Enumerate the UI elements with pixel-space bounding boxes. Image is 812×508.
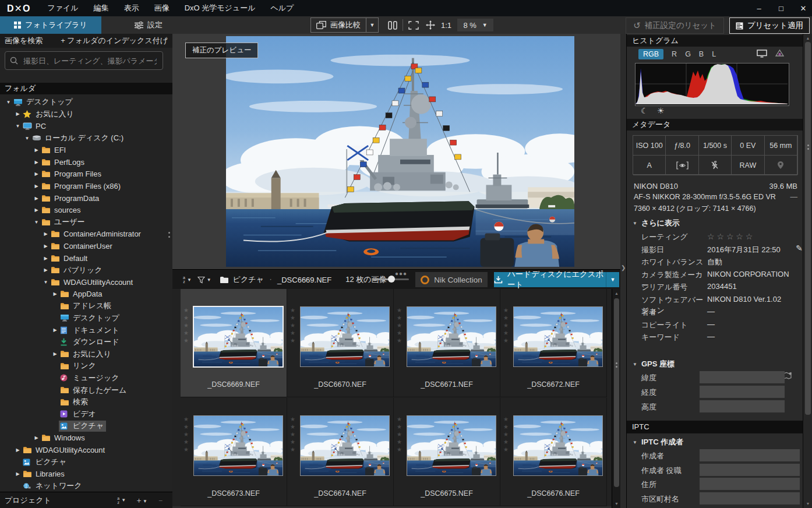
thumbnail-rating-stars[interactable]: ★★★★★ [503, 417, 509, 453]
tab-settings[interactable]: 設定 [116, 16, 181, 34]
tree-item-27[interactable]: ピクチャ [0, 420, 172, 432]
thumbnail-size-slider[interactable] [373, 278, 409, 280]
thumbnail-cell[interactable]: ★★★★★_DSC6672.NEF [500, 289, 607, 397]
thumbnail-cell[interactable]: ★★★★★_DSC6670.NEF [287, 289, 394, 397]
expand-arrow-icon[interactable]: ▼ [5, 100, 12, 105]
menu-item-4[interactable]: DxO 光学モジュール [177, 3, 263, 13]
tree-item-10[interactable]: ▼ユーザー [0, 216, 172, 228]
thumbnail-rating-stars[interactable]: ★★★★★ [397, 308, 402, 344]
thumbnail-cell[interactable]: ★★★★★_DSC6673.NEF [181, 398, 287, 506]
thumbnail-cell[interactable]: ★★★★★_DSC6674.NEF [287, 398, 394, 506]
tree-item-11[interactable]: ▶ContainerAdministrator [0, 228, 172, 241]
highlight-clipping-icon[interactable]: ☀ [657, 106, 665, 115]
thumbnail-cell[interactable]: ★★★★★_DSC6671.NEF [394, 289, 500, 397]
thumbnail-image[interactable] [300, 306, 390, 367]
thumbnail-rating-stars[interactable]: ★★★★★ [183, 417, 189, 453]
expand-arrow-icon[interactable]: ▶ [33, 160, 40, 165]
compare-button[interactable]: 画像比較 [310, 17, 366, 33]
maximize-button[interactable]: □ [777, 4, 785, 13]
breadcrumb-folder[interactable]: ピクチャ [233, 274, 264, 285]
more-metadata-section[interactable]: ▼ さらに表示 [633, 218, 680, 228]
channel-g[interactable]: G [685, 50, 691, 58]
expand-arrow-icon[interactable]: ▶ [14, 471, 22, 477]
expand-arrow-icon[interactable]: ▶ [33, 207, 40, 213]
panel-divider[interactable]: ❯ [620, 34, 626, 508]
thumbnail-image[interactable] [300, 415, 390, 476]
export-to-disk-button[interactable]: ハードディスクにエクスポート [494, 272, 606, 287]
edit-pencil-icon[interactable]: ✎ [796, 244, 803, 253]
tree-item-12[interactable]: ▶ContainerUser [0, 240, 172, 252]
menu-item-5[interactable]: ヘルプ [263, 3, 301, 13]
tree-item-6[interactable]: ▶Program Files [0, 168, 172, 181]
channel-b[interactable]: B [699, 50, 704, 58]
fit-view-icon[interactable] [408, 21, 419, 30]
expand-arrow-icon[interactable]: ▶ [51, 327, 59, 333]
shadow-clipping-icon[interactable]: ☾ [641, 106, 648, 115]
thumbnail-cell[interactable]: ★★★★★_DSC6676.NEF [500, 398, 607, 506]
expand-arrow-icon[interactable]: ▶ [51, 291, 59, 297]
tree-item-21[interactable]: ▶お気に入り [0, 348, 172, 360]
channel-r[interactable]: R [672, 50, 677, 58]
tree-item-5[interactable]: ▶PerfLogs [0, 156, 172, 168]
nik-collection-button[interactable]: Nik Collection [415, 272, 488, 287]
panel-scrollbar-thumb[interactable] [805, 42, 811, 415]
thumbnail-rating-stars[interactable]: ★★★★★ [183, 308, 189, 344]
iptc-input-1[interactable] [700, 464, 800, 476]
tree-item-31[interactable]: ▶Libraries [0, 468, 172, 480]
expand-arrow-icon[interactable]: ▶ [33, 196, 40, 201]
search-input[interactable] [22, 56, 158, 66]
move-icon[interactable] [426, 20, 435, 30]
scroll-down-icon[interactable]: ▼ [612, 502, 621, 506]
soft-proofing-icon[interactable] [775, 49, 785, 57]
expand-arrow-icon[interactable]: ▶ [51, 351, 59, 357]
index-folders-link[interactable]: + フォルダのインデックス付け [61, 36, 168, 46]
minimize-button[interactable]: – [755, 4, 763, 13]
sidebar-splitter-handle[interactable] [168, 232, 170, 238]
iptc-input-3[interactable] [700, 492, 800, 505]
menu-item-1[interactable]: 編集 [86, 3, 116, 13]
tree-item-1[interactable]: ▶お気に入り [0, 108, 172, 121]
filmstrip-scrollbar[interactable]: ▲ ▼ [612, 289, 621, 508]
tree-item-16[interactable]: ▶AppData [0, 288, 172, 301]
thumbnail-sort-button[interactable]: az▼ [183, 276, 192, 284]
expand-arrow-icon[interactable]: ▶ [14, 447, 22, 453]
tree-item-25[interactable]: 検索 [0, 396, 172, 408]
gps-input-0[interactable] [700, 371, 785, 383]
zoom-level-dropdown[interactable]: 8 % ▼ [457, 19, 493, 31]
scroll-up-icon[interactable]: ▲ [803, 36, 812, 40]
monitor-icon[interactable] [757, 50, 767, 58]
menu-item-3[interactable]: 画像 [147, 3, 177, 13]
map-icon[interactable] [783, 372, 793, 380]
thumbnail-image[interactable] [513, 415, 603, 476]
sidebar-scroll-up-icon[interactable]: ▲ [163, 36, 170, 40]
reset-corrections-button[interactable]: ↺ 補正設定のリセット [626, 17, 724, 34]
tree-item-28[interactable]: ▶Windows [0, 432, 172, 444]
tree-item-17[interactable]: アドレス帳 [0, 300, 172, 312]
metadata-row-value[interactable]: ☆ ☆ ☆ ☆ ☆ [707, 232, 753, 242]
expand-arrow-icon[interactable]: ▶ [33, 147, 40, 153]
tree-item-8[interactable]: ▶ProgramData [0, 192, 172, 204]
tree-item-3[interactable]: ▼ローカル ディスク (C:) [0, 132, 172, 144]
thumbnail-image[interactable] [513, 306, 603, 367]
thumbnail-rating-stars[interactable]: ★★★★★ [503, 308, 509, 344]
channel-rgb[interactable]: RGB [638, 49, 663, 59]
expand-arrow-icon[interactable]: ▶ [33, 184, 40, 189]
tree-item-23[interactable]: ミュージック [0, 372, 172, 384]
expand-arrow-icon[interactable]: ▶ [42, 256, 50, 261]
slider-knob[interactable] [388, 276, 395, 283]
apply-preset-button[interactable]: プリセット適用 [729, 17, 810, 34]
panel-splitter-handle[interactable] [803, 144, 812, 150]
tree-item-9[interactable]: ▶sources [0, 204, 172, 216]
menu-item-2[interactable]: 表示 [116, 3, 147, 13]
tree-item-0[interactable]: ▼デスクトップ [0, 96, 172, 108]
tree-item-32[interactable]: ネットワーク [0, 480, 172, 492]
thumbnail-image[interactable] [193, 415, 283, 476]
tree-item-2[interactable]: ▼PC [0, 120, 172, 132]
tree-item-7[interactable]: ▶Program Files (x86) [0, 180, 172, 192]
tree-item-4[interactable]: ▶EFI [0, 144, 172, 156]
collapse-panel-icon[interactable]: ❯ [621, 264, 626, 271]
scroll-down-icon[interactable]: ▼ [803, 502, 812, 506]
filmstrip-splitter-handle[interactable] [612, 362, 621, 368]
channel-l[interactable]: L [712, 50, 716, 58]
expand-arrow-icon[interactable]: ▶ [33, 435, 40, 440]
